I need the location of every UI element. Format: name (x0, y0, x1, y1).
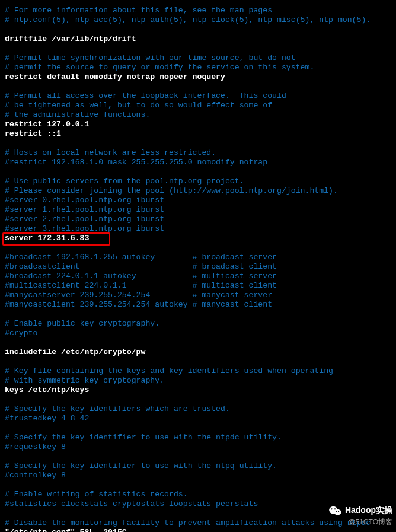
config-line: # Permit all access over the loopback in… (5, 91, 391, 101)
svg-point-5 (338, 511, 339, 512)
config-line: #multicastclient 224.0.1.1 # multicast c… (5, 281, 391, 291)
config-line: #manycastclient 239.255.254.254 autokey … (5, 300, 391, 310)
config-line: # with symmetric key cryptography. (5, 376, 391, 386)
config-line: # Enable writing of statistics records. (5, 490, 391, 499)
config-line: # Enable public key cryptography. (5, 319, 391, 329)
config-line: # Specify the key identifiers which are … (5, 404, 391, 414)
config-line: #broadcast 224.0.1.1 autokey # multicast… (5, 272, 391, 281)
config-line: keys /etc/ntp/keys (5, 386, 391, 395)
wechat-icon (328, 505, 341, 516)
config-line (5, 82, 391, 91)
config-line (5, 310, 391, 319)
config-line: # permit the source to query or modify t… (5, 63, 391, 72)
config-line: restrict 127.0.0.1 (5, 120, 391, 129)
config-line: #broadcastclient # broadcast client (5, 262, 391, 272)
config-line (5, 25, 391, 34)
config-line (5, 395, 391, 404)
svg-point-2 (331, 508, 332, 509)
config-line: #restrict 192.168.1.0 mask 255.255.255.0… (5, 158, 391, 167)
config-line (5, 167, 391, 177)
config-line: restrict default nomodify notrap nopeer … (5, 72, 391, 82)
svg-point-4 (336, 511, 337, 512)
config-line: driftfile /var/lib/ntp/drift (5, 34, 391, 44)
config-line: # Please consider joining the pool (http… (5, 186, 391, 196)
config-line: #trustedkey 4 8 42 (5, 414, 391, 423)
config-line (5, 357, 391, 367)
config-line: # For more information about this file, … (5, 6, 391, 15)
config-line: #manycastserver 239.255.254.254 # manyca… (5, 291, 391, 300)
config-line: # Key file containing the keys and key i… (5, 367, 391, 376)
config-line (5, 423, 391, 433)
svg-point-1 (334, 509, 341, 515)
config-line: # be tightened as well, but to do so wou… (5, 101, 391, 110)
config-line: # Permit time synchronization with our t… (5, 53, 391, 63)
config-line: "/etc/ntp.conf" 58L, 2015C (5, 528, 391, 532)
config-line: #server 2.rhel.pool.ntp.org iburst (5, 215, 391, 224)
config-line: # the administrative functions. (5, 110, 391, 120)
config-line: restrict ::1 (5, 129, 391, 139)
config-line: #server 0.rhel.pool.ntp.org iburst (5, 196, 391, 205)
config-line: #controlkey 8 (5, 471, 391, 480)
watermark: Hadoop实操 @51CTO博客 (328, 505, 392, 527)
config-line: #crypto (5, 329, 391, 338)
config-line (5, 44, 391, 53)
config-line: # Hosts on local network are less restri… (5, 148, 391, 158)
watermark-title: Hadoop实操 (345, 505, 392, 516)
config-line: #server 3.rhel.pool.ntp.org iburst (5, 224, 391, 234)
config-line: server 172.31.6.83 (5, 234, 391, 243)
config-line (5, 139, 391, 148)
config-line: includefile /etc/ntp/crypto/pw (5, 348, 391, 357)
config-line (5, 452, 391, 461)
config-line (5, 480, 391, 490)
config-line: # Use public servers from the pool.ntp.o… (5, 177, 391, 186)
config-line (5, 338, 391, 348)
config-line: #requestkey 8 (5, 442, 391, 452)
watermark-subtitle: @51CTO博客 (348, 517, 392, 527)
config-line (5, 243, 391, 253)
config-line: #broadcast 192.168.1.255 autokey # broad… (5, 253, 391, 262)
config-line: # ntp.conf(5), ntp_acc(5), ntp_auth(5), … (5, 15, 391, 25)
config-line: #server 1.rhel.pool.ntp.org iburst (5, 205, 391, 215)
terminal-viewport[interactable]: # For more information about this file, … (0, 0, 396, 532)
config-line: # Specify the key identifier to use with… (5, 433, 391, 442)
svg-point-3 (334, 508, 336, 509)
config-line: # Specify the key identifier to use with… (5, 461, 391, 471)
